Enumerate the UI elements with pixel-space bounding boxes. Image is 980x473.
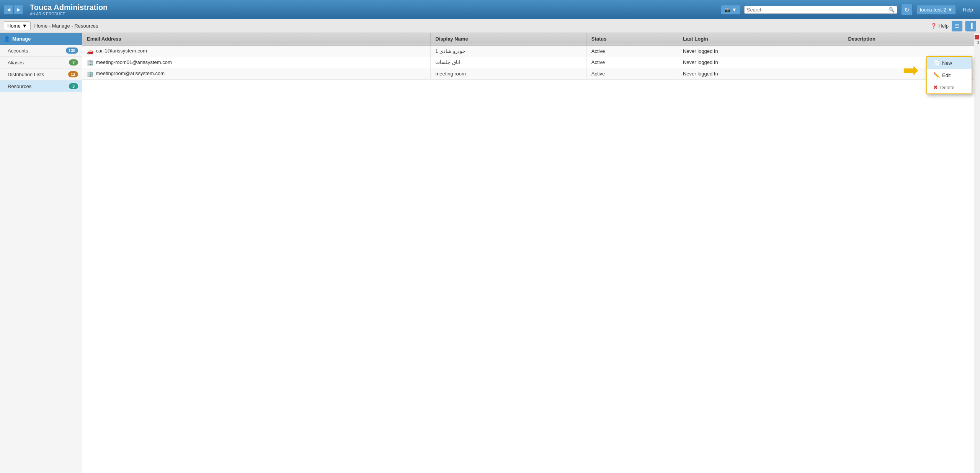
new-icon: 📄 — [933, 60, 940, 66]
cell-email: 🏢 meetingroom@arissystem.com — [82, 68, 431, 80]
cell-display-name: اتاق جلسات — [431, 57, 586, 68]
app-title-block: Touca Administration AN ARIS PRODUCT — [30, 3, 108, 16]
sidebar-manage-header: 👤 Manage — [0, 33, 82, 45]
sidebar-item-distribution-lists[interactable]: Distribution Lists 12 — [0, 69, 82, 80]
refresh-button[interactable]: ↻ — [901, 4, 913, 15]
home-dropdown[interactable]: Home ▼ — [4, 21, 31, 30]
nav-back-button[interactable]: ◀ — [4, 5, 13, 14]
sidebar-item-accounts[interactable]: Accounts 139 — [0, 45, 82, 57]
edit-icon: ✏️ — [933, 72, 940, 78]
edit-label: Edit — [942, 72, 951, 78]
app-subtitle: AN ARIS PRODUCT — [30, 12, 108, 16]
table-header-row: Email Address Display Name Status Last L… — [82, 33, 980, 45]
delete-icon: ✖ — [933, 84, 938, 90]
sidebar: 👤 Manage Accounts 139 Aliases 7 Distribu… — [0, 33, 82, 473]
main-layout: 👤 Manage Accounts 139 Aliases 7 Distribu… — [0, 33, 980, 473]
camera-dropdown-arrow: ▼ — [732, 7, 737, 13]
app-header: ◀ ▶ Touca Administration AN ARIS PRODUCT… — [0, 0, 980, 19]
help-icon: ❓ — [931, 23, 937, 29]
table-row[interactable]: 🚗 car-1@arissystem.com خودرو شادی 1 Acti… — [82, 45, 980, 57]
toolbar-help-label: Help — [938, 23, 949, 29]
cell-last-login: Never logged In — [678, 68, 843, 80]
manage-label: Manage — [12, 36, 31, 42]
resources-table: Email Address Display Name Status Last L… — [82, 33, 980, 80]
search-bar: 🔍 — [744, 6, 897, 14]
header-right: 📷 ▼ 🔍 ↻ touca-test-2 ▼ Help — [721, 4, 976, 15]
context-menu-new[interactable]: 📄 New — [927, 57, 972, 69]
meeting-room-icon: 🏢 — [87, 71, 93, 77]
search-input[interactable] — [747, 7, 889, 13]
resources-badge: 3 — [69, 83, 78, 89]
table-row[interactable]: 🏢 meetingroom@arissystem.com meeting roo… — [82, 68, 980, 80]
breadcrumb: Home - Manage - Resources — [34, 23, 98, 29]
accounts-label: Accounts — [8, 48, 66, 54]
nav-forward-button[interactable]: ▶ — [14, 5, 23, 14]
sidebar-item-aliases[interactable]: Aliases 7 — [0, 57, 82, 69]
arrow-annotation: ➡ — [903, 59, 919, 81]
scroll-number: 0 — [977, 41, 979, 45]
sidebar-item-resources[interactable]: Resources 3 — [0, 80, 82, 92]
toolbar-right: ❓ Help ☰ ▐ — [931, 21, 976, 31]
cell-email: 🏢 meeting-room01@arissystem.com — [82, 57, 431, 68]
cell-description — [843, 45, 980, 57]
cell-last-login: Never logged In — [678, 45, 843, 57]
distribution-lists-label: Distribution Lists — [8, 72, 68, 77]
col-email-address[interactable]: Email Address — [82, 33, 431, 45]
delete-label: Delete — [940, 85, 955, 90]
content-area: Email Address Display Name Status Last L… — [82, 33, 980, 473]
toolbar-collapse-button[interactable]: ▐ — [965, 21, 976, 31]
manage-icon: 👤 — [4, 36, 10, 42]
col-display-name[interactable]: Display Name — [431, 33, 586, 45]
user-name: touca-test-2 — [920, 7, 946, 13]
cell-display-name: meeting room — [431, 68, 586, 80]
cell-display-name: خودرو شادی 1 — [431, 45, 586, 57]
context-menu-delete[interactable]: ✖ Delete — [927, 81, 972, 93]
context-menu-edit[interactable]: ✏️ Edit — [927, 69, 972, 81]
home-dropdown-arrow: ▼ — [22, 23, 27, 29]
main-toolbar: Home ▼ Home - Manage - Resources ❓ Help … — [0, 19, 980, 33]
toolbar-help-button[interactable]: ❓ Help — [931, 23, 949, 29]
accounts-badge: 139 — [66, 47, 78, 54]
nav-arrows: ◀ ▶ — [4, 5, 23, 14]
col-status[interactable]: Status — [586, 33, 678, 45]
new-label: New — [942, 60, 952, 66]
cell-status: Active — [586, 57, 678, 68]
car-icon: 🚗 — [87, 48, 93, 54]
cell-last-login: Never logged In — [678, 57, 843, 68]
table-row[interactable]: 🏢 meeting-room01@arissystem.com اتاق جلس… — [82, 57, 980, 68]
app-title: Touca Administration — [30, 3, 108, 12]
scroll-indicator — [975, 35, 979, 39]
home-label: Home — [7, 23, 21, 29]
meeting-room-icon: 🏢 — [87, 59, 93, 65]
search-icon[interactable]: 🔍 — [889, 7, 895, 13]
user-dropdown[interactable]: touca-test-2 ▼ — [916, 5, 956, 15]
cell-email: 🚗 car-1@arissystem.com — [82, 45, 431, 57]
col-last-login[interactable]: Last Login — [678, 33, 843, 45]
aliases-badge: 7 — [69, 59, 78, 65]
camera-icon: 📷 — [724, 7, 730, 13]
camera-button[interactable]: 📷 ▼ — [721, 5, 740, 15]
right-scrollbar[interactable]: 0 — [974, 33, 980, 473]
context-menu: 📄 New ✏️ Edit ✖ Delete — [926, 56, 972, 94]
cell-status: Active — [586, 68, 678, 80]
toolbar-menu-button[interactable]: ☰ — [952, 21, 962, 31]
distribution-lists-badge: 12 — [68, 71, 78, 77]
app-logo: ◀ ▶ Touca Administration AN ARIS PRODUCT — [4, 3, 108, 16]
resources-label: Resources — [8, 83, 69, 89]
cell-status: Active — [586, 45, 678, 57]
help-button[interactable]: Help — [960, 5, 976, 14]
aliases-label: Aliases — [8, 60, 69, 65]
col-description[interactable]: Description — [843, 33, 980, 45]
user-dropdown-arrow: ▼ — [947, 7, 952, 13]
